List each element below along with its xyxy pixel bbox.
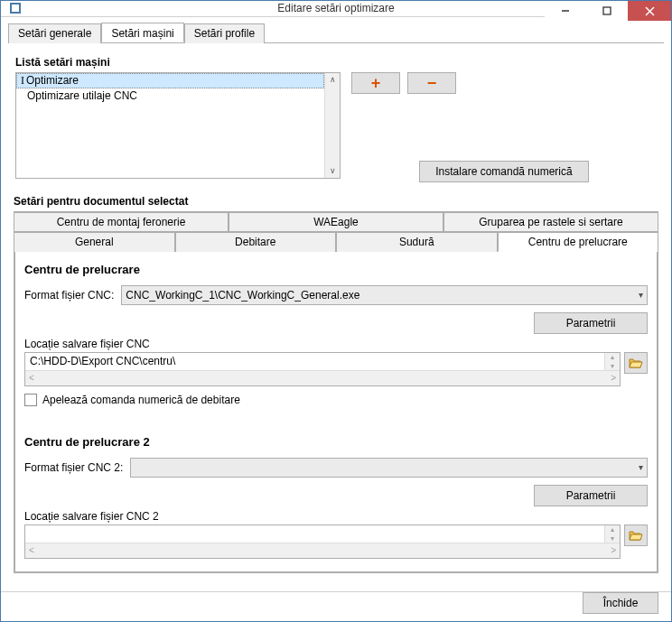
svg-rect-1 — [12, 5, 19, 12]
scroll-left-icon: < — [29, 545, 34, 555]
app-icon — [8, 1, 23, 15]
wc1-browse-button[interactable] — [624, 352, 648, 374]
list-item-label: Optimizare utilaje CNC — [27, 89, 137, 102]
tab-fittings[interactable]: Centru de montaj feronerie — [14, 212, 229, 232]
window-controls — [545, 1, 671, 21]
tab-grouping[interactable]: Gruparea pe rastele si sertare — [443, 212, 658, 232]
list-scrollbar[interactable]: ∧ ∨ — [324, 73, 340, 178]
tab-cutting[interactable]: Debitare — [175, 232, 337, 252]
workcenter-panel: Centru de prelucrare Format fișier CNC: … — [14, 252, 658, 572]
wc2-format-label: Format fișier CNC 2: — [24, 461, 123, 474]
client-area: Setări generale Setări mașini Setări pro… — [1, 17, 671, 586]
window: Editare setări optimizare Setări general… — [0, 0, 672, 622]
tab-workcenter[interactable]: Centru de prelucrare — [498, 232, 658, 252]
wc2-params-button[interactable]: Parametrii — [534, 485, 648, 506]
wc2-format-select[interactable]: ▾ — [130, 458, 648, 478]
wc1-format-label: Format fișier CNC: — [24, 289, 114, 302]
list-item[interactable]: I Optimizare — [16, 73, 324, 88]
machine-listbox[interactable]: I Optimizare Optimizare utilaje CNC ∧ ∨ — [15, 72, 341, 179]
footer: Închide — [1, 591, 671, 621]
text-cursor-icon: I — [21, 74, 24, 87]
wc1-call-label: Apelează comanda numerică de debitare — [42, 394, 240, 406]
doc-settings-group: Centru de montaj feronerie WAEagle Grupa… — [14, 211, 658, 573]
doc-section-title: Setări pentru documentul selectat — [14, 195, 658, 208]
wc2-loc-label: Locație salvare fișier CNC 2 — [24, 510, 648, 523]
vscrollbar[interactable]: ▴ ▾ — [604, 353, 620, 370]
scroll-left-icon: < — [29, 373, 34, 383]
main-tabstrip: Setări generale Setări mașini Setări pro… — [8, 23, 664, 43]
machine-list-title: Listă setări mașini — [15, 56, 657, 69]
wc1-loc-input[interactable]: C:\HDD-D\Export CNC\centru\ ▴ ▾ < > — [24, 352, 621, 386]
tab-waeagle[interactable]: WAEagle — [229, 212, 443, 232]
wc1-title: Centru de prelucrare — [24, 263, 648, 276]
svg-rect-3 — [603, 7, 611, 14]
tab-machine-settings[interactable]: Setări mașini — [101, 23, 183, 42]
maximize-button[interactable] — [586, 1, 628, 21]
close-dialog-button[interactable]: Închide — [583, 592, 658, 614]
wc1-loc-label: Locație salvare fișier CNC — [24, 338, 648, 350]
folder-open-icon — [629, 357, 643, 369]
folder-open-icon — [629, 529, 643, 542]
scroll-right-icon: > — [611, 545, 616, 555]
vscrollbar[interactable]: ▴ ▾ — [604, 525, 620, 543]
tab-general[interactable]: General — [14, 232, 175, 252]
tab-welding[interactable]: Sudură — [336, 232, 498, 252]
remove-button[interactable]: − — [407, 72, 456, 94]
wc1-call-checkbox[interactable] — [24, 394, 37, 406]
tab-profile-settings[interactable]: Setări profile — [184, 23, 265, 43]
scroll-up-icon: ▴ — [611, 353, 614, 361]
chevron-down-icon: ▾ — [639, 462, 643, 472]
wc2-browse-button[interactable] — [624, 525, 648, 546]
scroll-down-icon[interactable]: ∨ — [326, 164, 340, 178]
wc1-format-select[interactable]: CNC_WorkingC_1\CNC_WorkingC_General.exe … — [121, 285, 648, 305]
list-item[interactable]: Optimizare utilaje CNC — [16, 88, 324, 104]
wc1-format-value: CNC_WorkingC_1\CNC_WorkingC_General.exe — [126, 289, 359, 302]
machine-settings-panel: Listă setări mașini I Optimizare Optimiz… — [8, 43, 664, 190]
install-nc-button[interactable]: Instalare comandă numerică — [419, 161, 589, 182]
add-button[interactable]: + — [351, 72, 400, 94]
wc1-params-button[interactable]: Parametrii — [534, 312, 648, 334]
wc2-loc-input[interactable]: ▴ ▾ < > — [24, 525, 621, 559]
hscrollbar[interactable]: < > — [25, 370, 620, 385]
wc2-title: Centru de prelucrare 2 — [24, 435, 648, 449]
close-button[interactable] — [628, 1, 671, 21]
titlebar: Editare setări optimizare — [1, 1, 671, 17]
scroll-up-icon[interactable]: ∧ — [326, 73, 340, 87]
scroll-right-icon: > — [611, 373, 616, 383]
scroll-down-icon: ▾ — [611, 534, 614, 543]
scroll-down-icon: ▾ — [611, 362, 614, 370]
chevron-down-icon: ▾ — [639, 290, 643, 300]
tab-general-settings[interactable]: Setări generale — [8, 23, 101, 43]
list-item-label: Optimizare — [26, 74, 79, 87]
scroll-up-icon: ▴ — [611, 525, 614, 534]
hscrollbar[interactable]: < > — [25, 543, 620, 558]
minimize-button[interactable] — [545, 1, 586, 21]
